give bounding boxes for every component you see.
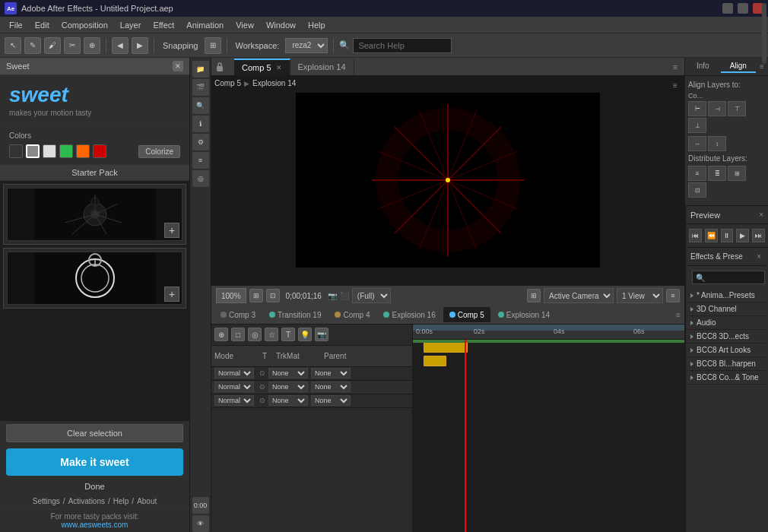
preview-rewind-btn[interactable]: ⏪ [705, 229, 718, 242]
menu-layer[interactable]: Layer [114, 21, 148, 30]
layer-row-1[interactable]: Normal ⊙ None None [211, 367, 412, 381]
layer2-trkmat-select[interactable]: None [268, 382, 308, 392]
preset-item-2[interactable]: + [3, 248, 186, 309]
layer-row-2[interactable]: Normal ⊙ None None [211, 381, 412, 394]
brush-tool-btn[interactable]: 🖌 [44, 37, 61, 54]
play-btn[interactable]: ◀ [112, 37, 129, 54]
zoom-select[interactable]: 100% [216, 288, 246, 303]
layer3-parent-select[interactable]: None [311, 395, 351, 406]
preset-item-1[interactable]: + [3, 184, 186, 245]
view-mode-select[interactable]: Active Camera [544, 288, 614, 303]
clip-2[interactable] [424, 356, 446, 366]
preview-pause-btn[interactable]: ⏸ [721, 229, 734, 242]
info-tab[interactable]: Info [685, 60, 721, 73]
timeline-tracks[interactable]: 0:00s 02s 04s 06s 08s 10s [413, 325, 684, 533]
render-icon[interactable]: 🎬 [192, 79, 209, 96]
search-sidebar-icon[interactable]: 🔍 [192, 97, 209, 114]
layer1-trkmat-select[interactable]: None [268, 368, 308, 378]
dist-left-btn[interactable]: ≡ [688, 166, 706, 181]
layer3-trkmat-select[interactable]: None [268, 395, 308, 406]
align-left-btn[interactable]: ⊢ [688, 101, 706, 116]
tl-new-solid-btn[interactable]: □ [231, 328, 245, 341]
menu-window[interactable]: Window [260, 21, 302, 30]
layers-icon[interactable]: ≡ [192, 152, 209, 169]
grid-icon[interactable]: ⊞ [527, 289, 541, 302]
pen-tool-btn[interactable]: ✎ [24, 37, 41, 54]
swatch-gray[interactable] [26, 144, 40, 158]
align-right-btn[interactable]: ⊤ [728, 101, 746, 116]
swatch-red[interactable] [93, 144, 106, 158]
swatch-black[interactable] [9, 144, 23, 158]
tl-new-text-btn[interactable]: T [281, 328, 295, 341]
comp-tab-explosion14[interactable]: Explosion 14 [290, 59, 354, 75]
clear-selection-button[interactable]: Clear selection [6, 424, 183, 442]
make-it-sweet-button[interactable]: Make it sweet [6, 448, 183, 476]
starter-pack-label[interactable]: Starter Pack [0, 165, 189, 181]
viewer-more-btn[interactable]: ≡ [666, 289, 680, 302]
work-area-bar[interactable] [413, 325, 684, 331]
preview-last-btn[interactable]: ⏭ [752, 229, 765, 242]
tl-new-null-btn[interactable]: ◎ [248, 328, 262, 341]
minimize-btn[interactable] [722, 3, 733, 14]
tl-tab-transition19[interactable]: Transition 19 [263, 307, 327, 322]
playhead[interactable] [465, 340, 466, 533]
effect-cat-bcc8-3d[interactable]: BCC8 3D...ects [686, 330, 766, 344]
tl-new-shape-btn[interactable]: ☆ [265, 328, 278, 341]
menu-view[interactable]: View [230, 21, 260, 30]
swatch-white[interactable] [43, 144, 56, 158]
align-center-v-btn[interactable]: ↔ [688, 136, 706, 151]
tl-overflow-btn[interactable]: ≡ [672, 309, 684, 321]
layer1-parent-select[interactable]: None [311, 368, 351, 378]
menu-file[interactable]: File [3, 21, 29, 30]
menu-edit[interactable]: Edit [29, 21, 56, 30]
layer-row-3[interactable]: Normal ⊙ None None [211, 394, 412, 408]
breadcrumb-explosion14[interactable]: Explosion 14 [252, 79, 296, 87]
menu-effect[interactable]: Effect [147, 21, 180, 30]
preview-play-btn[interactable]: ▶ [736, 229, 749, 242]
effects-search-input[interactable] [692, 271, 765, 284]
effects-overflow-btn[interactable]: × [757, 252, 761, 261]
effect-cat-anima[interactable]: * Anima...Presets [686, 289, 766, 302]
menu-help[interactable]: Help [302, 21, 332, 30]
align-tab[interactable]: Align [721, 60, 757, 73]
stop-btn[interactable]: ▶ [132, 37, 148, 54]
view-count-select[interactable]: 1 View 2 Views [617, 288, 663, 303]
swatch-green[interactable] [59, 144, 73, 158]
tl-tab-comp4[interactable]: Comp 4 [328, 307, 376, 322]
tl-tab-explosion14[interactable]: Explosion 14 [492, 307, 556, 322]
align-top-btn[interactable]: ⊥ [688, 118, 706, 133]
snapping-toggle[interactable]: ⊞ [205, 37, 221, 54]
mask-icon[interactable]: ◎ [192, 170, 209, 187]
info-icon[interactable]: ℹ [192, 116, 209, 132]
effect-cat-3d[interactable]: 3D Channel [686, 302, 766, 316]
viewer-canvas[interactable] [211, 76, 684, 284]
preview-first-btn[interactable]: ⏮ [689, 229, 702, 242]
footer-link[interactable]: www.aesweets.com [62, 521, 129, 529]
sweet-close-btn[interactable]: ✕ [173, 61, 183, 71]
activations-link[interactable]: Activations [68, 497, 105, 505]
tl-tab-explosion16[interactable]: Explosion 16 [377, 307, 441, 322]
about-link[interactable]: About [137, 497, 157, 505]
clone-tool-btn[interactable]: ✂ [64, 37, 81, 54]
preset-add-btn-1[interactable]: + [164, 223, 179, 238]
comp-overflow-menu-btn[interactable]: ≡ [666, 58, 684, 76]
effect-cat-bcc8-bl[interactable]: BCC8 Bl...harpen [686, 357, 766, 371]
visibility-icon[interactable]: 👁 [192, 515, 209, 532]
settings-link[interactable]: Settings [33, 497, 60, 505]
search-input[interactable] [353, 38, 452, 53]
clip-1[interactable] [424, 342, 468, 353]
dist-right-btn[interactable]: ⊞ [728, 166, 746, 181]
maximize-btn[interactable] [738, 3, 748, 14]
done-label[interactable]: Done [0, 479, 189, 494]
comp-tab-comp5-close[interactable]: ✕ [276, 64, 282, 71]
puppet-tool-btn[interactable]: ⊕ [84, 37, 100, 54]
viewer-overflow-btn[interactable]: ≡ [669, 79, 681, 91]
preset-add-btn-2[interactable]: + [164, 287, 179, 302]
preview-overflow-btn[interactable]: × [759, 211, 763, 219]
layer2-parent-select[interactable]: None [311, 382, 351, 392]
region-btn[interactable]: ⊡ [266, 289, 280, 302]
menu-composition[interactable]: Composition [56, 21, 114, 30]
effect-cat-bcc8-art[interactable]: BCC8 Art Looks [686, 344, 766, 357]
effect-cat-bcc8-co[interactable]: BCC8 Co...& Tone [686, 371, 766, 385]
layer2-mode-select[interactable]: Normal [214, 382, 254, 392]
